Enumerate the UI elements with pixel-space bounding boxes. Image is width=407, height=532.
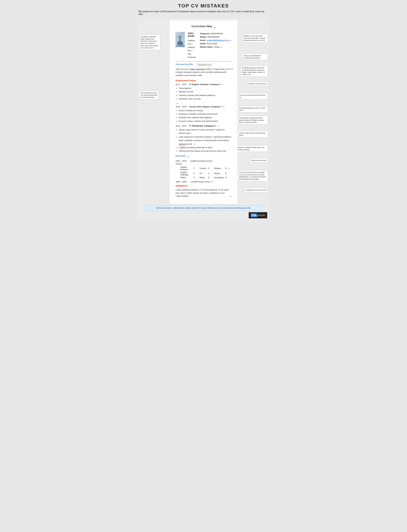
annotation-awkward-photo: Including an awkward photo. Nobody ever … <box>139 35 160 50</box>
interests-text: I enjoy watching football on TV at the w… <box>176 188 231 198</box>
cv-primary-school: 1999 – 2005 Cardiff Primary School ◄ <box>176 181 231 183</box>
logo-box: inta people <box>249 212 267 218</box>
secondary-school-header: 2005 – 2010 Cardiff Secondary School <box>176 160 231 162</box>
cv-email-value[interactable]: sexyboi99@webmail.com <box>207 39 229 42</box>
cv-job-1-title: IT Support Assistant, Company X <box>189 83 220 86</box>
cv-martial: Martial status: Single ◄ <box>200 45 232 49</box>
education-arrow: ◄ <box>188 156 189 157</box>
grade-cell: D <box>208 176 211 179</box>
annotation-unprofessional-email: Using an unprofessional sounding email a… <box>242 54 268 60</box>
subject-cell: ICT <box>196 171 208 176</box>
cv-divider-1 <box>176 61 231 62</box>
grade-cell: C <box>208 171 211 176</box>
cv-job-3: 2014 – 2015 IT Technician, Company Z ◄ T… <box>176 125 231 153</box>
logo-inta: inta <box>251 213 257 217</box>
annotation-primary-school: Including your primary school <box>244 188 268 192</box>
bullet-item: System building and testing <box>179 109 231 112</box>
personal-profile-text: John has over 3 year's experience within… <box>176 68 231 77</box>
annotation-typing-errors: Typing errors. Always double check your … <box>235 145 268 152</box>
cv-title-row: Curriculum Vitae ◄ <box>176 25 231 30</box>
bullet-item: Maintain records <box>179 90 231 94</box>
person-silhouette <box>176 32 185 47</box>
table-row: English literature C Science C Religion … <box>180 166 231 171</box>
main-content-area: Including an awkward photo. Nobody ever … <box>138 19 269 220</box>
bullet-item: Taking a high volume of calls to provide… <box>179 128 231 135</box>
annotation-strange-personal: Including strange and irrelevant persona… <box>241 66 268 77</box>
svg-point-1 <box>178 35 182 39</box>
annotation-range-of-fonts: Using a range of fonts and formatting st… <box>238 131 268 137</box>
cv-job-3-years: 2014 – 2015 <box>176 125 187 127</box>
logo-people: people <box>257 214 265 217</box>
job2-arrow: ◄ <box>223 106 224 108</box>
grade-cell: C <box>194 176 196 179</box>
subject-cell: Religion <box>211 166 225 171</box>
education-title: Education <box>176 155 186 157</box>
cv-employment-section: Employment history 2011 – 2012 IT Suppor… <box>176 79 231 153</box>
bullet-item: Calls varied from connection problems, r… <box>179 135 231 146</box>
annotation-only-year: Only including the year. You should incl… <box>139 91 159 100</box>
bullet-item: Offering technical advice via email and … <box>179 149 231 153</box>
annotation-third-person: Writing in the third person <box>247 82 268 86</box>
interests-content: I enjoy watching football on TV at the w… <box>176 188 229 198</box>
subject-cell: Maths <box>180 176 193 179</box>
cv-job-2: 2013 – 2014 Service Desk Support, Compan… <box>176 106 231 123</box>
annotation-too-much-colour: Using too much colour <box>250 158 268 163</box>
bullet-item: Administer user accounts <box>179 97 231 101</box>
cv-job-2-years: 2013 – 2014 <box>176 106 187 108</box>
typing-arrow: ◄ <box>194 143 195 145</box>
address-line1: Address line 1 <box>188 39 197 46</box>
cv-job-3-bullets: Taking a high volume of calls to provide… <box>179 128 231 153</box>
grade-cell: C <box>194 171 196 176</box>
subject-cell: History <box>211 171 225 176</box>
subject-cell: English literature <box>180 166 193 171</box>
interests-title: INTERESTS <box>176 185 231 187</box>
grade-cell: D <box>225 166 228 171</box>
interests-arrow: ◄ <box>230 195 231 198</box>
bullet-item: Account creation, deletion and administr… <box>179 119 231 123</box>
cv-job-2-bullets: System building and testing Working in a… <box>179 109 231 123</box>
job3-arrow: ◄ <box>217 125 218 127</box>
cv-secondary-school: 2005 – 2010 Cardiff Secondary School GSC… <box>176 160 231 179</box>
bullet-item: Test programs <box>179 86 231 90</box>
cv-name: John Smith <box>188 32 197 38</box>
annotation-recent-job: Your most recent job should be at the to… <box>238 93 268 100</box>
bullet-item: Working in a flexible small team environ… <box>179 112 231 116</box>
gcse-grades-table: English literature C Science C Religion … <box>180 166 231 179</box>
intro-text: We asked our team of Recruitment Consult… <box>138 10 269 16</box>
subject-cell: English language <box>180 171 193 176</box>
secondary-name: Cardiff Secondary School <box>190 160 212 162</box>
primary-years: 1999 – 2005 <box>176 181 187 183</box>
third-person-arrow-indicator: ◄ <box>231 68 233 70</box>
bullet-item: Logging and taking ownership of faults <box>179 146 231 149</box>
cv-address: Address line 1 Address line 2 City Postc… <box>188 39 197 59</box>
job1-arrow: ◄ <box>222 83 223 85</box>
education-header-row: Education ◄ <box>176 155 231 159</box>
cv-title-arrow: ◄ <box>213 26 215 29</box>
grade-arrow: ◄ <box>228 166 231 171</box>
bullet-item: Hardware and software fault diagnosis <box>179 116 231 119</box>
martial-arrow: ◄ <box>220 46 222 48</box>
grade-cell: C <box>194 166 196 171</box>
grade-cell: E <box>225 176 228 179</box>
cv-interests-section: INTERESTS I enjoy watching football on T… <box>176 185 231 198</box>
cv-job-1: 2011 – 2012 IT Support Assistant, Compan… <box>176 83 231 101</box>
cv-education-section: Education ◄ 2005 – 2010 Cardiff Secondar… <box>176 155 231 183</box>
primary-name: Cardiff Primary School <box>191 181 211 183</box>
subject-cell: Welsh <box>196 176 208 179</box>
subject-cell: Science <box>196 166 208 171</box>
cv-job-1-header: 2011 – 2012 IT Support Assistant, Compan… <box>176 83 231 86</box>
personal-profile-header: Personal profile Grammatical errors <box>176 63 231 67</box>
cv-job-3-title: IT Technician, Company Z <box>189 125 215 127</box>
cv-heading: Curriculum Vitae <box>192 25 212 28</box>
page-container: TOP CV MISTAKES We asked our team of Rec… <box>138 3 269 220</box>
grade-cell: E <box>225 171 228 176</box>
cv-personal-profile-section: Personal profile Grammatical errors John… <box>176 63 231 77</box>
cv-job-1-years: 2011 – 2012 <box>176 83 187 86</box>
secondary-years: 2005 – 2010 <box>176 160 187 162</box>
bullet-item: Transfer computer files between platform… <box>179 94 231 97</box>
cv-name-address: John Smith Address line 1 Address line 2… <box>188 32 197 59</box>
table-row: Maths C Welsh D Geography E <box>180 176 231 179</box>
annotation-grammatical-errors-box: Grammatical errors <box>196 63 213 66</box>
address-city: City <box>188 52 197 56</box>
typo-recieving: recieving <box>179 143 187 145</box>
